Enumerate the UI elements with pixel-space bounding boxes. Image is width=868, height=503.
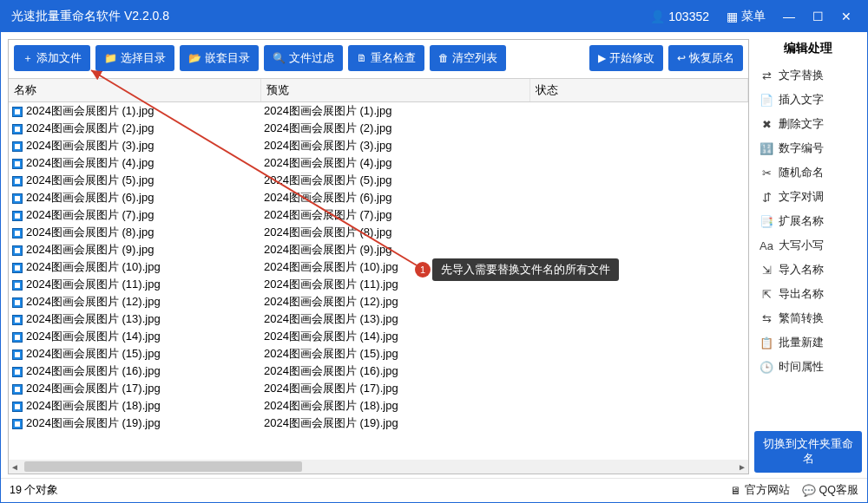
table-row[interactable]: 2024图画会展图片 (6).jpg2024图画会展图片 (6).jpg [9,189,748,206]
table-row[interactable]: 2024图画会展图片 (18).jpg2024图画会展图片 (18).jpg [9,397,748,415]
qq-icon: 💬 [802,484,816,497]
sidebar-item[interactable]: ⇵文字对调 [754,185,862,209]
h-scrollbar[interactable]: ◄ ► [9,460,748,474]
table-row[interactable]: 2024图画会展图片 (9).jpg2024图画会展图片 (9).jpg [9,241,748,258]
cell-status [529,397,748,415]
sidebar-item-icon: ⇱ [760,288,773,301]
cell-preview: 2024图画会展图片 (4).jpg [260,154,529,172]
add-file-button[interactable]: ＋添加文件 [14,45,90,71]
cell-preview: 2024图画会展图片 (10).jpg [260,258,529,276]
file-filter-button[interactable]: 🔍文件过虑 [264,45,343,71]
cell-name: 2024图画会展图片 (19).jpg [9,415,260,432]
sidebar-item-label: 批量新建 [779,335,824,350]
undo-icon: ↩ [677,52,686,64]
table-row[interactable]: 2024图画会展图片 (3).jpg2024图画会展图片 (3).jpg [9,137,748,154]
close-button[interactable]: ✕ [832,1,860,32]
cell-status [529,154,748,172]
sidebar-title: 编辑处理 [754,39,862,62]
scroll-right-icon[interactable]: ► [736,462,748,472]
cell-status [529,102,748,121]
cell-name: 2024图画会展图片 (18).jpg [9,397,260,415]
cell-preview: 2024图画会展图片 (8).jpg [260,224,529,241]
image-file-icon [12,384,23,395]
cell-preview: 2024图画会展图片 (15).jpg [260,345,529,363]
cell-name: 2024图画会展图片 (1).jpg [9,102,260,121]
image-file-icon [12,193,23,204]
table-row[interactable]: 2024图画会展图片 (15).jpg2024图画会展图片 (15).jpg [9,345,748,363]
qq-support-link[interactable]: 💬 QQ客服 [802,483,858,498]
image-file-icon [12,228,23,238]
table-row[interactable]: 2024图画会展图片 (8).jpg2024图画会展图片 (8).jpg [9,224,748,241]
sidebar-item[interactable]: ✖删除文字 [754,112,862,136]
start-modify-button[interactable]: ▶开始修改 [589,45,663,71]
sidebar-item[interactable]: ✂随机命名 [754,160,862,185]
sidebar-item-label: 删除文字 [779,116,824,132]
cell-status [529,310,748,328]
table-row[interactable]: 2024图画会展图片 (5).jpg2024图画会展图片 (5).jpg [9,172,748,189]
minimize-button[interactable]: — [774,1,804,32]
maximize-button[interactable]: ☐ [804,1,832,32]
cell-preview: 2024图画会展图片 (12).jpg [260,293,529,310]
table-row[interactable]: 2024图画会展图片 (2).jpg2024图画会展图片 (2).jpg [9,120,748,137]
table-row[interactable]: 2024图画会展图片 (11).jpg2024图画会展图片 (11).jpg [9,276,748,293]
cell-name: 2024图画会展图片 (3).jpg [9,137,260,154]
sidebar-item[interactable]: 📑扩展名称 [754,209,862,233]
cell-status [529,363,748,380]
table-row[interactable]: 2024图画会展图片 (14).jpg2024图画会展图片 (14).jpg [9,328,748,345]
sidebar-item[interactable]: 🔢数字编号 [754,136,862,160]
scroll-left-icon[interactable]: ◄ [9,462,21,472]
sidebar-item-label: 文字对调 [779,189,824,205]
sidebar-item[interactable]: Aa大写小写 [754,233,862,258]
cell-name: 2024图画会展图片 (5).jpg [9,172,260,189]
scroll-thumb[interactable] [24,461,302,472]
cell-name: 2024图画会展图片 (2).jpg [9,120,260,137]
file-table-wrap[interactable]: 名称 预览 状态 2024图画会展图片 (1).jpg2024图画会展图片 (1… [9,78,748,460]
table-row[interactable]: 2024图画会展图片 (16).jpg2024图画会展图片 (16).jpg [9,363,748,380]
sidebar-item[interactable]: ⇄文字替换 [754,63,862,88]
sidebar-item[interactable]: ⇆繁简转换 [754,306,862,330]
table-row[interactable]: 2024图画会展图片 (13).jpg2024图画会展图片 (13).jpg [9,310,748,328]
table-row[interactable]: 2024图画会展图片 (4).jpg2024图画会展图片 (4).jpg [9,154,748,172]
cell-preview: 2024图画会展图片 (13).jpg [260,310,529,328]
select-dir-button[interactable]: 📁选择目录 [95,45,174,71]
image-file-icon [12,176,23,186]
cell-name: 2024图画会展图片 (8).jpg [9,224,260,241]
restore-name-button[interactable]: ↩恢复原名 [668,45,743,71]
sidebar-item[interactable]: 📄插入文字 [754,88,862,112]
col-preview[interactable]: 预览 [260,79,529,102]
user-icon: 👤 [650,10,665,23]
col-name[interactable]: 名称 [9,79,260,102]
sidebar-item[interactable]: ⇲导入名称 [754,258,862,282]
sidebar-item[interactable]: 📋批量新建 [754,330,862,355]
official-site-link[interactable]: 🖥 官方网站 [730,483,790,498]
user-id-button[interactable]: 👤 103352 [641,1,718,32]
plus-icon: ＋ [23,51,33,66]
col-status[interactable]: 状态 [529,79,748,102]
rename-check-button[interactable]: 🗎重名检查 [348,45,424,71]
switch-folder-rename-button[interactable]: 切换到文件夹重命名 [754,431,862,473]
cell-preview: 2024图画会展图片 (1).jpg [260,102,529,121]
table-row[interactable]: 2024图画会展图片 (19).jpg2024图画会展图片 (19).jpg [9,415,748,432]
clear-list-button[interactable]: 🗑清空列表 [430,45,506,71]
table-row[interactable]: 2024图画会展图片 (10).jpg2024图画会展图片 (10).jpg [9,258,748,276]
cell-preview: 2024图画会展图片 (2).jpg [260,120,529,137]
sidebar: 编辑处理 ⇄文字替换📄插入文字✖删除文字🔢数字编号✂随机命名⇵文字对调📑扩展名称… [753,32,867,478]
sidebar-item[interactable]: ⇱导出名称 [754,282,862,306]
sidebar-item[interactable]: 🕒时间属性 [754,355,862,379]
sidebar-item-icon: 🕒 [760,361,773,374]
menu-icon: ▦ [727,10,738,23]
cell-status [529,241,748,258]
table-row[interactable]: 2024图画会展图片 (12).jpg2024图画会展图片 (12).jpg [9,293,748,310]
cell-status [529,137,748,154]
sidebar-item-label: 文字替换 [779,68,824,83]
file-table: 名称 预览 状态 2024图画会展图片 (1).jpg2024图画会展图片 (1… [9,79,748,432]
cell-name: 2024图画会展图片 (17).jpg [9,380,260,397]
menu-button[interactable]: ▦ 菜单 [718,1,774,32]
image-file-icon [12,297,23,308]
cell-name: 2024图画会展图片 (13).jpg [9,310,260,328]
table-row[interactable]: 2024图画会展图片 (17).jpg2024图画会展图片 (17).jpg [9,380,748,397]
table-row[interactable]: 2024图画会展图片 (1).jpg2024图画会展图片 (1).jpg [9,102,748,121]
nested-dir-button[interactable]: 📂嵌套目录 [180,45,259,71]
table-row[interactable]: 2024图画会展图片 (7).jpg2024图画会展图片 (7).jpg [9,206,748,224]
cell-status [529,276,748,293]
